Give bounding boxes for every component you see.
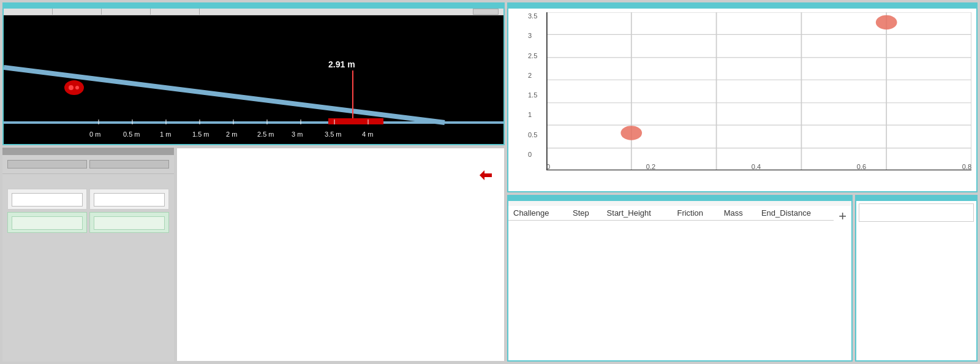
y-tick-2: 2 [528,72,544,79]
col-friction: Friction [672,206,718,221]
step-value [94,216,165,230]
svg-text:3.5 m: 3.5 m [325,131,342,138]
calculator-header [856,196,976,201]
challenge-table-header [508,196,851,201]
x-tick-08: 0.8 [962,163,971,170]
svg-point-44 [620,126,642,140]
svg-point-3 [69,85,74,90]
controls-header [2,148,174,155]
y-tick-15: 1.5 [528,91,544,99]
add-row-button[interactable]: + [834,206,851,227]
challenge-chart-header [508,4,976,9]
svg-text:0.5 m: 0.5 m [123,131,140,138]
svg-text:2.91 m: 2.91 m [328,59,355,69]
score-last-run-value [94,193,165,207]
svg-text:1 m: 1 m [160,131,171,138]
y-tick-0: 0 [528,151,544,158]
challenge-value [12,216,83,230]
x-tick-04: 0.4 [752,163,761,170]
svg-text:2 m: 2 m [226,131,237,138]
svg-line-0 [4,67,445,123]
col-mass: Mass [719,206,756,221]
svg-point-4 [75,86,79,89]
netlogo-icon [480,170,492,184]
col-challenge: Challenge [508,206,568,221]
col-end-distance: End_Distance [756,206,834,221]
y-tick-3: 3 [528,32,544,39]
analyze-data-button[interactable] [7,160,87,169]
svg-text:4 m: 4 m [362,131,373,138]
svg-point-2 [64,80,84,95]
total-score-value [12,193,83,207]
table-sub-header [508,201,851,206]
svg-marker-27 [480,170,492,175]
svg-text:0 m: 0 m [89,131,100,138]
x-tick-0: 0 [546,163,550,170]
svg-text:3 m: 3 m [292,131,303,138]
x-tick-06: 0.6 [857,163,866,170]
ramp-game-header [4,4,503,9]
svg-point-45 [876,15,897,29]
svg-text:2.5 m: 2.5 m [257,131,274,138]
col-step: Step [568,206,602,221]
help-button[interactable] [473,9,499,15]
x-tick-02: 0.2 [646,163,655,170]
y-tick-25: 2.5 [528,52,544,59]
y-tick-35: 3.5 [528,12,544,20]
col-start-height: Start_Height [602,206,673,221]
y-tick-05: 0.5 [528,131,544,138]
svg-text:1.5 m: 1.5 m [192,131,209,138]
calculator-display[interactable] [859,203,974,222]
svg-rect-7 [328,118,383,124]
ramp-canvas: 2.91 m 0 m 0.5 m 1 m 1.5 m 2 m 2.5 m 3 m… [4,15,503,144]
y-tick-1: 1 [528,111,544,118]
setup-new-run-button[interactable] [89,160,169,169]
